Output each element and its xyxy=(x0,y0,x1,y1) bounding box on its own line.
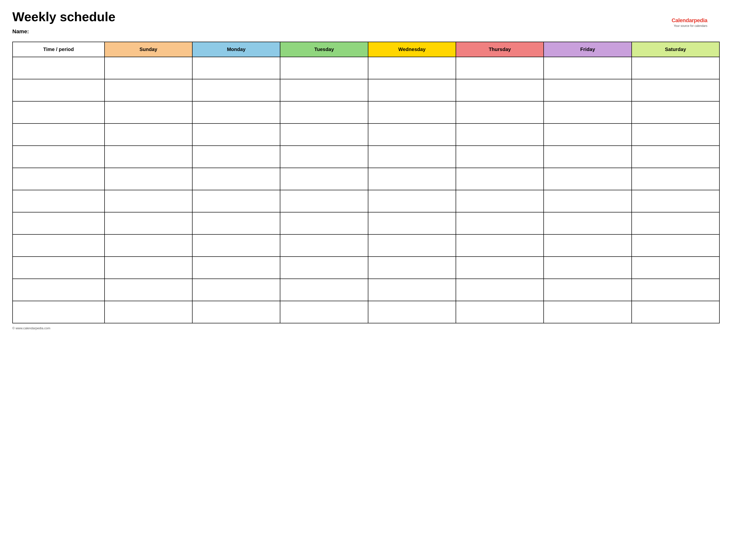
table-cell[interactable] xyxy=(105,57,192,79)
table-cell[interactable] xyxy=(544,279,631,301)
table-cell[interactable] xyxy=(544,168,631,190)
table-cell[interactable] xyxy=(368,79,456,101)
table-cell[interactable] xyxy=(544,146,631,168)
table-cell[interactable] xyxy=(105,123,192,146)
table-cell[interactable] xyxy=(456,123,544,146)
table-cell[interactable] xyxy=(368,279,456,301)
table-cell[interactable] xyxy=(368,301,456,323)
table-cell[interactable] xyxy=(105,212,192,234)
table-cell[interactable] xyxy=(368,123,456,146)
table-cell[interactable] xyxy=(632,257,719,279)
table-cell[interactable] xyxy=(192,146,280,168)
table-cell[interactable] xyxy=(105,168,192,190)
table-cell[interactable] xyxy=(280,123,368,146)
table-cell[interactable] xyxy=(368,234,456,257)
table-cell[interactable] xyxy=(13,146,105,168)
table-cell[interactable] xyxy=(280,212,368,234)
table-cell[interactable] xyxy=(192,234,280,257)
table-cell[interactable] xyxy=(13,190,105,212)
table-cell[interactable] xyxy=(192,212,280,234)
table-cell[interactable] xyxy=(456,168,544,190)
table-cell[interactable] xyxy=(456,212,544,234)
table-cell[interactable] xyxy=(368,190,456,212)
table-cell[interactable] xyxy=(456,101,544,123)
table-cell[interactable] xyxy=(13,301,105,323)
table-cell[interactable] xyxy=(105,234,192,257)
table-cell[interactable] xyxy=(105,279,192,301)
table-cell[interactable] xyxy=(632,234,719,257)
table-cell[interactable] xyxy=(13,234,105,257)
table-cell[interactable] xyxy=(280,190,368,212)
table-cell[interactable] xyxy=(632,146,719,168)
table-cell[interactable] xyxy=(368,101,456,123)
table-cell[interactable] xyxy=(280,101,368,123)
table-cell[interactable] xyxy=(632,123,719,146)
table-cell[interactable] xyxy=(456,301,544,323)
table-cell[interactable] xyxy=(192,79,280,101)
table-cell[interactable] xyxy=(544,301,631,323)
table-cell[interactable] xyxy=(105,190,192,212)
table-row xyxy=(13,57,719,79)
table-cell[interactable] xyxy=(192,57,280,79)
table-cell[interactable] xyxy=(632,279,719,301)
table-cell[interactable] xyxy=(192,257,280,279)
table-cell[interactable] xyxy=(456,234,544,257)
table-cell[interactable] xyxy=(632,190,719,212)
table-cell[interactable] xyxy=(368,212,456,234)
table-cell[interactable] xyxy=(456,79,544,101)
table-cell[interactable] xyxy=(13,279,105,301)
table-cell[interactable] xyxy=(632,101,719,123)
name-label: Name: xyxy=(12,28,720,35)
table-cell[interactable] xyxy=(544,123,631,146)
table-cell[interactable] xyxy=(632,212,719,234)
table-cell[interactable] xyxy=(544,79,631,101)
table-cell[interactable] xyxy=(280,146,368,168)
table-cell[interactable] xyxy=(280,168,368,190)
table-row xyxy=(13,123,719,146)
table-cell[interactable] xyxy=(544,101,631,123)
table-cell[interactable] xyxy=(280,301,368,323)
table-cell[interactable] xyxy=(544,57,631,79)
table-cell[interactable] xyxy=(13,57,105,79)
table-cell[interactable] xyxy=(456,190,544,212)
table-cell[interactable] xyxy=(13,79,105,101)
table-cell[interactable] xyxy=(192,190,280,212)
table-cell[interactable] xyxy=(280,279,368,301)
table-cell[interactable] xyxy=(544,234,631,257)
table-cell[interactable] xyxy=(105,301,192,323)
table-cell[interactable] xyxy=(544,212,631,234)
table-cell[interactable] xyxy=(192,101,280,123)
table-row xyxy=(13,234,719,257)
table-cell[interactable] xyxy=(192,301,280,323)
table-cell[interactable] xyxy=(13,168,105,190)
table-cell[interactable] xyxy=(280,79,368,101)
table-cell[interactable] xyxy=(105,146,192,168)
table-cell[interactable] xyxy=(280,234,368,257)
table-cell[interactable] xyxy=(13,212,105,234)
table-cell[interactable] xyxy=(456,279,544,301)
table-cell[interactable] xyxy=(368,257,456,279)
table-cell[interactable] xyxy=(456,146,544,168)
table-cell[interactable] xyxy=(105,79,192,101)
table-cell[interactable] xyxy=(105,101,192,123)
table-cell[interactable] xyxy=(456,257,544,279)
table-cell[interactable] xyxy=(368,168,456,190)
table-cell[interactable] xyxy=(105,257,192,279)
table-cell[interactable] xyxy=(632,57,719,79)
table-cell[interactable] xyxy=(632,168,719,190)
table-cell[interactable] xyxy=(544,190,631,212)
table-cell[interactable] xyxy=(632,301,719,323)
table-cell[interactable] xyxy=(13,257,105,279)
table-cell[interactable] xyxy=(192,168,280,190)
table-cell[interactable] xyxy=(368,57,456,79)
table-cell[interactable] xyxy=(632,79,719,101)
table-cell[interactable] xyxy=(456,57,544,79)
table-cell[interactable] xyxy=(13,123,105,146)
table-cell[interactable] xyxy=(544,257,631,279)
table-cell[interactable] xyxy=(192,123,280,146)
table-cell[interactable] xyxy=(368,146,456,168)
table-cell[interactable] xyxy=(280,257,368,279)
table-cell[interactable] xyxy=(13,101,105,123)
table-cell[interactable] xyxy=(280,57,368,79)
table-cell[interactable] xyxy=(192,279,280,301)
